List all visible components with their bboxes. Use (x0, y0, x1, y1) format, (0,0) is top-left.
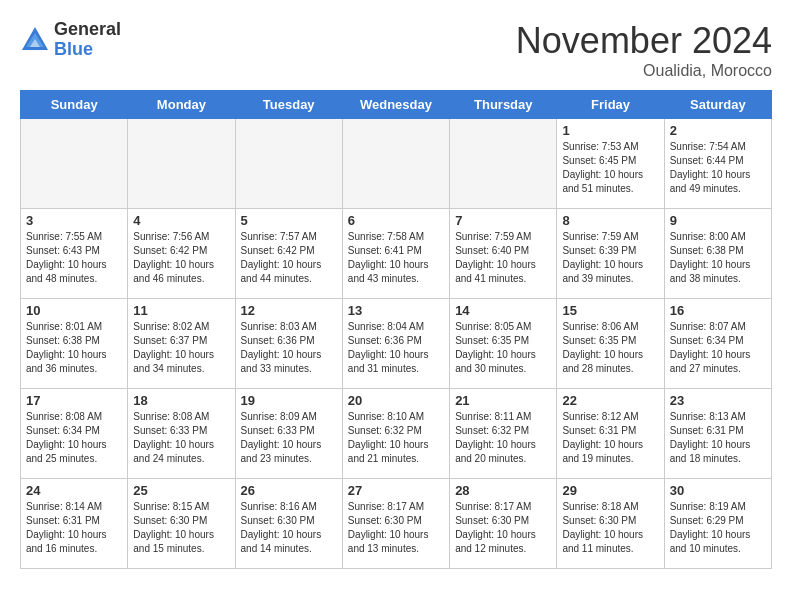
day-number: 20 (348, 393, 444, 408)
calendar-cell (235, 119, 342, 209)
day-info: Sunrise: 8:04 AMSunset: 6:36 PMDaylight:… (348, 320, 444, 376)
day-number: 5 (241, 213, 337, 228)
day-number: 3 (26, 213, 122, 228)
day-number: 19 (241, 393, 337, 408)
day-number: 15 (562, 303, 658, 318)
calendar-cell: 15Sunrise: 8:06 AMSunset: 6:35 PMDayligh… (557, 299, 664, 389)
day-info: Sunrise: 8:17 AMSunset: 6:30 PMDaylight:… (455, 500, 551, 556)
day-info: Sunrise: 7:58 AMSunset: 6:41 PMDaylight:… (348, 230, 444, 286)
day-number: 11 (133, 303, 229, 318)
calendar-cell: 13Sunrise: 8:04 AMSunset: 6:36 PMDayligh… (342, 299, 449, 389)
day-info: Sunrise: 8:14 AMSunset: 6:31 PMDaylight:… (26, 500, 122, 556)
logo-icon (20, 25, 50, 55)
day-number: 2 (670, 123, 766, 138)
day-info: Sunrise: 7:59 AMSunset: 6:40 PMDaylight:… (455, 230, 551, 286)
calendar-cell: 16Sunrise: 8:07 AMSunset: 6:34 PMDayligh… (664, 299, 771, 389)
day-number: 24 (26, 483, 122, 498)
calendar-week-row: 17Sunrise: 8:08 AMSunset: 6:34 PMDayligh… (21, 389, 772, 479)
day-info: Sunrise: 7:54 AMSunset: 6:44 PMDaylight:… (670, 140, 766, 196)
calendar-cell: 26Sunrise: 8:16 AMSunset: 6:30 PMDayligh… (235, 479, 342, 569)
day-info: Sunrise: 7:55 AMSunset: 6:43 PMDaylight:… (26, 230, 122, 286)
day-number: 25 (133, 483, 229, 498)
calendar-cell: 25Sunrise: 8:15 AMSunset: 6:30 PMDayligh… (128, 479, 235, 569)
day-info: Sunrise: 8:03 AMSunset: 6:36 PMDaylight:… (241, 320, 337, 376)
calendar-cell: 27Sunrise: 8:17 AMSunset: 6:30 PMDayligh… (342, 479, 449, 569)
day-info: Sunrise: 8:06 AMSunset: 6:35 PMDaylight:… (562, 320, 658, 376)
weekday-header: Thursday (450, 91, 557, 119)
calendar-table: SundayMondayTuesdayWednesdayThursdayFrid… (20, 90, 772, 569)
day-info: Sunrise: 8:08 AMSunset: 6:33 PMDaylight:… (133, 410, 229, 466)
day-number: 27 (348, 483, 444, 498)
day-number: 30 (670, 483, 766, 498)
logo-general-text: General (54, 20, 121, 40)
weekday-header: Wednesday (342, 91, 449, 119)
day-number: 17 (26, 393, 122, 408)
logo: General Blue (20, 20, 121, 60)
calendar-cell: 4Sunrise: 7:56 AMSunset: 6:42 PMDaylight… (128, 209, 235, 299)
calendar-cell: 9Sunrise: 8:00 AMSunset: 6:38 PMDaylight… (664, 209, 771, 299)
calendar-cell (342, 119, 449, 209)
day-info: Sunrise: 8:02 AMSunset: 6:37 PMDaylight:… (133, 320, 229, 376)
day-number: 16 (670, 303, 766, 318)
title-section: November 2024 Oualidia, Morocco (516, 20, 772, 80)
day-number: 22 (562, 393, 658, 408)
calendar-week-row: 3Sunrise: 7:55 AMSunset: 6:43 PMDaylight… (21, 209, 772, 299)
calendar-week-row: 24Sunrise: 8:14 AMSunset: 6:31 PMDayligh… (21, 479, 772, 569)
calendar-cell: 19Sunrise: 8:09 AMSunset: 6:33 PMDayligh… (235, 389, 342, 479)
day-number: 12 (241, 303, 337, 318)
day-number: 4 (133, 213, 229, 228)
calendar-header: SundayMondayTuesdayWednesdayThursdayFrid… (21, 91, 772, 119)
month-title: November 2024 (516, 20, 772, 62)
calendar-cell: 3Sunrise: 7:55 AMSunset: 6:43 PMDaylight… (21, 209, 128, 299)
day-number: 28 (455, 483, 551, 498)
calendar-cell: 20Sunrise: 8:10 AMSunset: 6:32 PMDayligh… (342, 389, 449, 479)
day-info: Sunrise: 8:11 AMSunset: 6:32 PMDaylight:… (455, 410, 551, 466)
calendar-cell: 29Sunrise: 8:18 AMSunset: 6:30 PMDayligh… (557, 479, 664, 569)
calendar-cell (128, 119, 235, 209)
calendar-cell: 7Sunrise: 7:59 AMSunset: 6:40 PMDaylight… (450, 209, 557, 299)
calendar-cell: 1Sunrise: 7:53 AMSunset: 6:45 PMDaylight… (557, 119, 664, 209)
calendar-cell: 6Sunrise: 7:58 AMSunset: 6:41 PMDaylight… (342, 209, 449, 299)
calendar-cell (21, 119, 128, 209)
day-number: 21 (455, 393, 551, 408)
day-info: Sunrise: 7:56 AMSunset: 6:42 PMDaylight:… (133, 230, 229, 286)
day-info: Sunrise: 8:15 AMSunset: 6:30 PMDaylight:… (133, 500, 229, 556)
weekday-header: Friday (557, 91, 664, 119)
day-number: 9 (670, 213, 766, 228)
calendar-week-row: 1Sunrise: 7:53 AMSunset: 6:45 PMDaylight… (21, 119, 772, 209)
day-info: Sunrise: 8:00 AMSunset: 6:38 PMDaylight:… (670, 230, 766, 286)
day-info: Sunrise: 8:17 AMSunset: 6:30 PMDaylight:… (348, 500, 444, 556)
calendar-cell (450, 119, 557, 209)
day-info: Sunrise: 8:07 AMSunset: 6:34 PMDaylight:… (670, 320, 766, 376)
day-number: 10 (26, 303, 122, 318)
calendar-cell: 28Sunrise: 8:17 AMSunset: 6:30 PMDayligh… (450, 479, 557, 569)
calendar-cell: 8Sunrise: 7:59 AMSunset: 6:39 PMDaylight… (557, 209, 664, 299)
day-info: Sunrise: 7:59 AMSunset: 6:39 PMDaylight:… (562, 230, 658, 286)
day-info: Sunrise: 8:10 AMSunset: 6:32 PMDaylight:… (348, 410, 444, 466)
day-info: Sunrise: 7:53 AMSunset: 6:45 PMDaylight:… (562, 140, 658, 196)
day-info: Sunrise: 7:57 AMSunset: 6:42 PMDaylight:… (241, 230, 337, 286)
weekday-header: Saturday (664, 91, 771, 119)
day-info: Sunrise: 8:01 AMSunset: 6:38 PMDaylight:… (26, 320, 122, 376)
day-info: Sunrise: 8:05 AMSunset: 6:35 PMDaylight:… (455, 320, 551, 376)
day-info: Sunrise: 8:08 AMSunset: 6:34 PMDaylight:… (26, 410, 122, 466)
calendar-cell: 14Sunrise: 8:05 AMSunset: 6:35 PMDayligh… (450, 299, 557, 389)
day-number: 8 (562, 213, 658, 228)
day-info: Sunrise: 8:19 AMSunset: 6:29 PMDaylight:… (670, 500, 766, 556)
day-info: Sunrise: 8:13 AMSunset: 6:31 PMDaylight:… (670, 410, 766, 466)
calendar-cell: 21Sunrise: 8:11 AMSunset: 6:32 PMDayligh… (450, 389, 557, 479)
weekday-header: Tuesday (235, 91, 342, 119)
weekday-row: SundayMondayTuesdayWednesdayThursdayFrid… (21, 91, 772, 119)
calendar-cell: 10Sunrise: 8:01 AMSunset: 6:38 PMDayligh… (21, 299, 128, 389)
calendar-cell: 2Sunrise: 7:54 AMSunset: 6:44 PMDaylight… (664, 119, 771, 209)
calendar-body: 1Sunrise: 7:53 AMSunset: 6:45 PMDaylight… (21, 119, 772, 569)
calendar-cell: 17Sunrise: 8:08 AMSunset: 6:34 PMDayligh… (21, 389, 128, 479)
day-info: Sunrise: 8:12 AMSunset: 6:31 PMDaylight:… (562, 410, 658, 466)
day-info: Sunrise: 8:09 AMSunset: 6:33 PMDaylight:… (241, 410, 337, 466)
calendar-week-row: 10Sunrise: 8:01 AMSunset: 6:38 PMDayligh… (21, 299, 772, 389)
calendar-cell: 18Sunrise: 8:08 AMSunset: 6:33 PMDayligh… (128, 389, 235, 479)
day-number: 1 (562, 123, 658, 138)
day-number: 6 (348, 213, 444, 228)
calendar-cell: 11Sunrise: 8:02 AMSunset: 6:37 PMDayligh… (128, 299, 235, 389)
day-info: Sunrise: 8:18 AMSunset: 6:30 PMDaylight:… (562, 500, 658, 556)
